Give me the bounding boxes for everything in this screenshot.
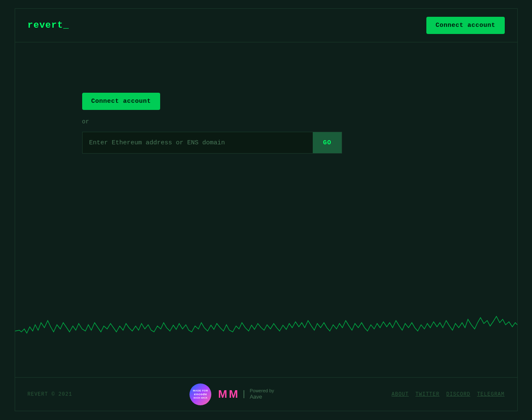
- mm-logo: M M: [218, 388, 238, 401]
- powered-by-label: Powered by: [250, 388, 274, 394]
- header: revert_ Connect account: [15, 9, 517, 42]
- aave-label: Aave: [250, 394, 274, 400]
- footer-logos: MADE FOR encode HACK HACK M M | Powered …: [189, 383, 274, 405]
- mm-second-m: M: [229, 388, 238, 401]
- main-content: Connect account or GO: [15, 42, 517, 377]
- copyright-text: REVERT © 2021: [28, 391, 73, 397]
- search-row: GO: [82, 132, 342, 154]
- about-link[interactable]: ABOUT: [392, 391, 409, 397]
- mm-divider: |: [241, 389, 247, 399]
- powered-by-text: Powered by Aave: [250, 388, 274, 400]
- mm-first-m: M: [218, 388, 227, 401]
- logo: revert_: [28, 20, 69, 31]
- wave-chart: [15, 302, 517, 344]
- twitter-link[interactable]: TWITTER: [415, 391, 439, 397]
- footer: REVERT © 2021 MADE FOR encode HACK HACK …: [15, 377, 517, 411]
- or-label: or: [82, 118, 517, 125]
- app-container: revert_ Connect account Connect account …: [15, 8, 518, 411]
- connect-account-button-main[interactable]: Connect account: [82, 93, 161, 110]
- connect-account-button-header[interactable]: Connect account: [426, 17, 505, 34]
- discord-link[interactable]: DISCORD: [446, 391, 470, 397]
- go-button[interactable]: GO: [313, 132, 342, 154]
- telegram-link[interactable]: TELEGRAM: [477, 391, 505, 397]
- mm-powered-logo: M M | Powered by Aave: [218, 388, 274, 401]
- eth-address-input[interactable]: [82, 132, 313, 154]
- encode-badge: MADE FOR encode HACK HACK: [189, 383, 211, 405]
- footer-links: ABOUT TWITTER DISCORD TELEGRAM: [392, 391, 504, 397]
